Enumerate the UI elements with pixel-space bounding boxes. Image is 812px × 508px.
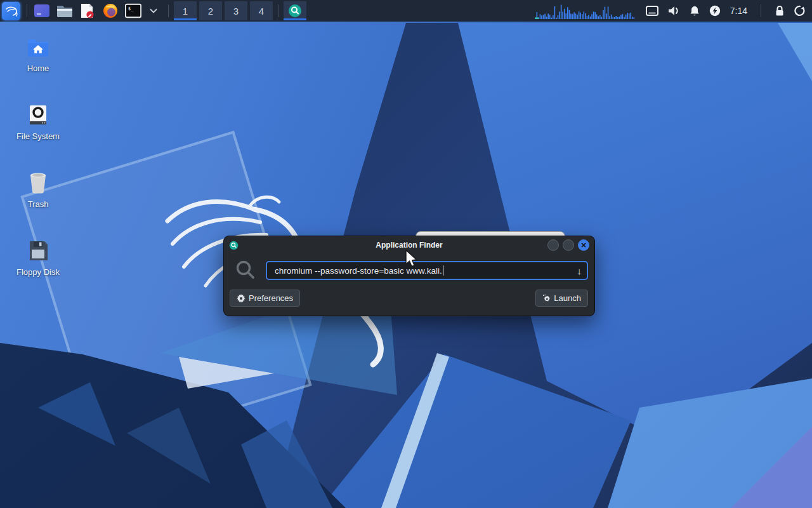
desktop-icon-trash[interactable]: Trash xyxy=(6,171,70,209)
launcher-text-editor[interactable] xyxy=(79,3,96,19)
launch-label: Launch xyxy=(554,293,581,303)
lock-icon xyxy=(775,5,785,17)
panel-separator xyxy=(761,4,761,17)
desktop-icon-label: Home xyxy=(6,64,70,73)
volume-tray-icon[interactable] xyxy=(668,6,680,16)
top-panel: $_ 1 2 3 4 xyxy=(0,0,812,22)
logout-button[interactable] xyxy=(794,5,806,17)
launcher-firefox[interactable] xyxy=(102,3,119,19)
kali-logo-icon xyxy=(4,4,18,18)
text-editor-icon xyxy=(81,3,95,19)
logout-icon xyxy=(794,5,806,17)
close-icon: ✕ xyxy=(580,242,586,249)
trash-bin-icon xyxy=(6,171,70,194)
launch-button[interactable]: Launch xyxy=(535,290,588,307)
application-finder-window: Application Finder ✕ chromium --password… xyxy=(223,236,595,316)
workspace-4[interactable]: 4 xyxy=(250,1,273,20)
svg-text:$_: $_ xyxy=(128,6,134,11)
audio-spectrum-monitor[interactable] xyxy=(535,2,636,20)
search-input[interactable]: chromium --password-store=basic www.kali… xyxy=(266,261,588,280)
launcher-terminal[interactable]: $_ xyxy=(125,3,141,19)
power-manager-icon[interactable] xyxy=(709,5,721,17)
desktop-icon-label: Floppy Disk xyxy=(6,267,70,277)
desktop-icon-label: Trash xyxy=(6,199,70,209)
dropdown-arrow-icon[interactable]: ↓ xyxy=(577,265,582,276)
launcher-file-manager[interactable] xyxy=(56,3,73,19)
window-title: Application Finder xyxy=(224,241,594,250)
mouse-cursor xyxy=(404,250,418,269)
close-button[interactable]: ✕ xyxy=(578,239,589,251)
window-app-icon xyxy=(34,4,49,17)
desktop-icon-label: File System xyxy=(6,131,70,141)
workspace-1[interactable]: 1 xyxy=(174,1,197,20)
preferences-label: Preferences xyxy=(249,293,293,303)
panel-clock[interactable]: 7:14 xyxy=(730,6,747,16)
workspace-2[interactable]: 2 xyxy=(199,1,222,20)
desktop-icon-file-system[interactable]: File System xyxy=(6,104,70,141)
hard-drive-icon xyxy=(6,104,70,126)
panel-separator xyxy=(27,4,27,17)
firefox-icon xyxy=(103,3,118,18)
application-run-icon xyxy=(542,294,551,302)
launcher-window-app[interactable] xyxy=(34,3,50,19)
desktop-icon-home[interactable]: Home xyxy=(6,36,70,73)
text-caret xyxy=(443,265,443,276)
terminal-dropdown-button[interactable] xyxy=(145,3,162,19)
chevron-down-icon xyxy=(150,8,157,13)
home-folder-icon xyxy=(6,36,70,58)
display-tray-icon[interactable] xyxy=(646,6,658,16)
floppy-disk-icon xyxy=(6,239,70,262)
kali-menu-button[interactable] xyxy=(2,2,20,20)
application-finder-icon xyxy=(288,4,302,18)
search-icon xyxy=(234,259,257,282)
lock-screen-button[interactable] xyxy=(775,5,785,17)
workspace-3[interactable]: 3 xyxy=(225,1,247,20)
file-manager-icon xyxy=(56,4,73,18)
panel-separator xyxy=(168,4,169,17)
desktop-icon-floppy-disk[interactable]: Floppy Disk xyxy=(6,239,70,277)
preferences-button[interactable]: Preferences xyxy=(230,290,300,307)
taskbar-application-finder[interactable] xyxy=(284,1,306,20)
maximize-button[interactable] xyxy=(563,239,574,251)
notification-bell-icon[interactable] xyxy=(690,6,700,17)
minimize-button[interactable] xyxy=(547,239,559,251)
panel-separator xyxy=(278,4,278,17)
terminal-icon: $_ xyxy=(125,3,141,18)
gear-icon xyxy=(237,294,246,303)
